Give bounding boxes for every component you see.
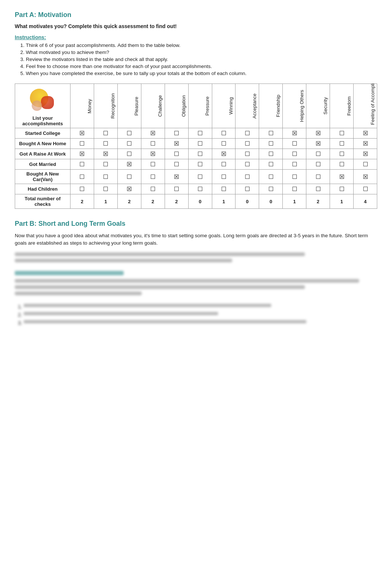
checkbox-4-10[interactable]: ☐ <box>306 170 330 184</box>
instruction-5: When you have completed the exercise, be… <box>26 71 377 76</box>
checkbox-1-5[interactable]: ☐ <box>188 139 212 149</box>
checkbox-0-5[interactable]: ☐ <box>188 128 212 139</box>
checkbox-2-3[interactable]: ☒ <box>141 149 165 159</box>
checkbox-4-7[interactable]: ☐ <box>235 170 259 184</box>
checkbox-0-12[interactable]: ☒ <box>354 128 377 139</box>
blurred-item-1 <box>24 304 271 307</box>
table-row: Bought A New Car(Van)☐☐☐☐☒☐☐☐☐☐☐☒☒ <box>15 170 377 184</box>
checkbox-2-2[interactable]: ☐ <box>117 149 141 159</box>
totals-row: Total number of checks2122201001214 <box>15 194 377 209</box>
motivation-table: List your accomplishments MoneyRecogniti… <box>15 84 377 209</box>
checkbox-0-3[interactable]: ☒ <box>141 128 165 139</box>
checkbox-1-3[interactable]: ☐ <box>141 139 165 149</box>
checkbox-2-4[interactable]: ☐ <box>165 149 188 159</box>
checkbox-1-8[interactable]: ☐ <box>259 139 283 149</box>
checkbox-5-10[interactable]: ☐ <box>306 184 330 194</box>
checkbox-5-3[interactable]: ☐ <box>141 184 165 194</box>
checkbox-5-6[interactable]: ☐ <box>212 184 235 194</box>
checkbox-2-8[interactable]: ☐ <box>259 149 283 159</box>
checkbox-5-5[interactable]: ☐ <box>188 184 212 194</box>
checkbox-4-6[interactable]: ☐ <box>212 170 235 184</box>
part-a-title: Part A: Motivation <box>15 11 377 19</box>
checkbox-4-8[interactable]: ☐ <box>259 170 283 184</box>
checkbox-1-9[interactable]: ☐ <box>283 139 306 149</box>
checkbox-2-9[interactable]: ☐ <box>283 149 306 159</box>
shape-red <box>41 96 54 109</box>
checkbox-4-2[interactable]: ☐ <box>117 170 141 184</box>
checkbox-5-0[interactable]: ☐ <box>71 184 94 194</box>
row-label-5: Had Children <box>15 184 71 194</box>
checkbox-1-7[interactable]: ☐ <box>235 139 259 149</box>
checkbox-3-5[interactable]: ☐ <box>188 159 212 170</box>
checkbox-2-12[interactable]: ☒ <box>354 149 377 159</box>
checkbox-3-11[interactable]: ☐ <box>330 159 354 170</box>
checkbox-0-6[interactable]: ☐ <box>212 128 235 139</box>
checkbox-3-6[interactable]: ☐ <box>212 159 235 170</box>
checkbox-4-4[interactable]: ☒ <box>165 170 188 184</box>
checkbox-3-1[interactable]: ☐ <box>94 159 117 170</box>
checkbox-1-1[interactable]: ☐ <box>94 139 117 149</box>
checkbox-2-7[interactable]: ☐ <box>235 149 259 159</box>
checkbox-0-11[interactable]: ☐ <box>330 128 354 139</box>
checkbox-3-4[interactable]: ☐ <box>165 159 188 170</box>
checkbox-4-5[interactable]: ☐ <box>188 170 212 184</box>
checkbox-3-10[interactable]: ☐ <box>306 159 330 170</box>
checkbox-5-4[interactable]: ☐ <box>165 184 188 194</box>
total-8: 0 <box>259 194 283 209</box>
checkbox-0-2[interactable]: ☐ <box>117 128 141 139</box>
checkbox-5-11[interactable]: ☐ <box>330 184 354 194</box>
instruction-3: Review the motivators listed in the tabl… <box>26 57 377 62</box>
blurred-list <box>15 304 377 326</box>
checkbox-3-7[interactable]: ☐ <box>235 159 259 170</box>
checkbox-2-0[interactable]: ☒ <box>71 149 94 159</box>
checkbox-1-12[interactable]: ☒ <box>354 139 377 149</box>
checkbox-4-12[interactable]: ☒ <box>354 170 377 184</box>
checkbox-5-8[interactable]: ☐ <box>259 184 283 194</box>
checkbox-4-11[interactable]: ☒ <box>330 170 354 184</box>
checkbox-3-9[interactable]: ☐ <box>283 159 306 170</box>
checkbox-5-2[interactable]: ☒ <box>117 184 141 194</box>
decoration-image <box>28 89 58 115</box>
col-header-helping-others: Helping Others <box>283 84 306 128</box>
checkbox-1-2[interactable]: ☐ <box>117 139 141 149</box>
checkbox-4-0[interactable]: ☐ <box>71 170 94 184</box>
col-header-freedom: Freedom <box>330 84 354 128</box>
checkbox-1-4[interactable]: ☒ <box>165 139 188 149</box>
checkbox-4-1[interactable]: ☐ <box>94 170 117 184</box>
checkbox-4-3[interactable]: ☐ <box>141 170 165 184</box>
checkbox-0-10[interactable]: ☒ <box>306 128 330 139</box>
checkbox-1-0[interactable]: ☐ <box>71 139 94 149</box>
checkbox-5-9[interactable]: ☐ <box>283 184 306 194</box>
checkbox-2-11[interactable]: ☐ <box>330 149 354 159</box>
checkbox-2-6[interactable]: ☒ <box>212 149 235 159</box>
blurred-line-3 <box>15 279 359 283</box>
checkbox-5-12[interactable]: ☐ <box>354 184 377 194</box>
checkbox-2-1[interactable]: ☒ <box>94 149 117 159</box>
checkbox-2-5[interactable]: ☐ <box>188 149 212 159</box>
checkbox-2-10[interactable]: ☐ <box>306 149 330 159</box>
total-3: 2 <box>141 194 165 209</box>
table-row: Got Married☐☐☒☐☐☐☐☐☐☐☐☐☐ <box>15 159 377 170</box>
checkbox-0-9[interactable]: ☒ <box>283 128 306 139</box>
checkbox-0-7[interactable]: ☐ <box>235 128 259 139</box>
checkbox-1-6[interactable]: ☐ <box>212 139 235 149</box>
checkbox-0-0[interactable]: ☒ <box>71 128 94 139</box>
checkbox-5-7[interactable]: ☐ <box>235 184 259 194</box>
checkbox-0-8[interactable]: ☐ <box>259 128 283 139</box>
checkbox-3-0[interactable]: ☐ <box>71 159 94 170</box>
checkbox-5-1[interactable]: ☐ <box>94 184 117 194</box>
checkbox-0-1[interactable]: ☐ <box>94 128 117 139</box>
checkbox-3-12[interactable]: ☐ <box>354 159 377 170</box>
checkbox-3-2[interactable]: ☒ <box>117 159 141 170</box>
instruction-2: What motivated you to achieve them? <box>26 50 377 55</box>
total-6: 1 <box>212 194 235 209</box>
checkbox-3-8[interactable]: ☐ <box>259 159 283 170</box>
checkbox-3-3[interactable]: ☐ <box>141 159 165 170</box>
part-a-subtitle: What motivates you? Complete this quick … <box>15 23 377 29</box>
checkbox-1-10[interactable]: ☒ <box>306 139 330 149</box>
checkbox-4-9[interactable]: ☐ <box>283 170 306 184</box>
motivation-table-wrapper: List your accomplishments MoneyRecogniti… <box>15 84 377 209</box>
checkbox-1-11[interactable]: ☐ <box>330 139 354 149</box>
blurred-item-2 <box>24 312 218 315</box>
checkbox-0-4[interactable]: ☐ <box>165 128 188 139</box>
